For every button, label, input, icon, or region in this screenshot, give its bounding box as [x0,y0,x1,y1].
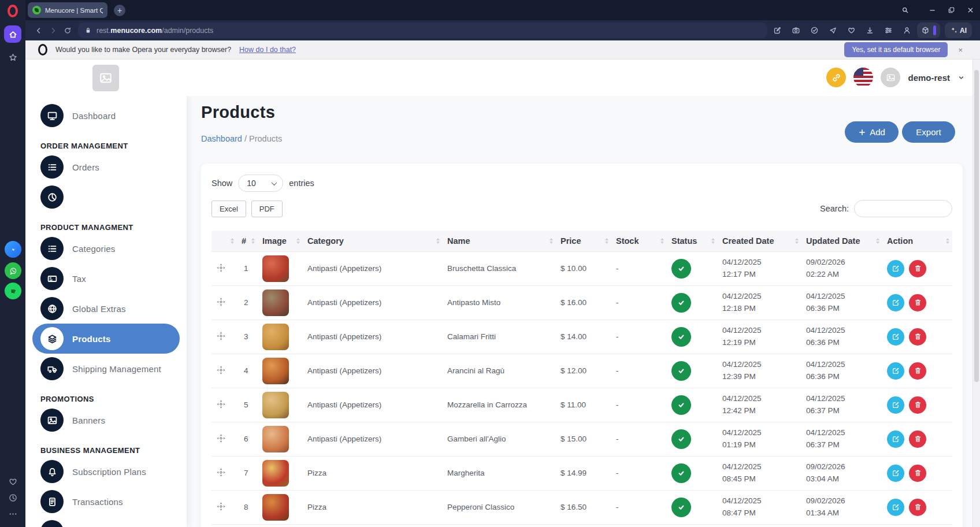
reload-button[interactable] [60,23,75,38]
drag-handle-icon[interactable] [216,433,226,443]
column-header-action[interactable]: Action [882,231,952,251]
account-avatar[interactable] [881,68,900,87]
edit-button[interactable] [887,362,904,380]
extensions-panel-button[interactable] [917,23,940,38]
sidebar-item-tax[interactable]: Tax [25,264,187,294]
aria-ai-button[interactable]: AI [945,23,972,38]
status-active-badge[interactable] [671,361,691,381]
column-header-updated-date[interactable]: Updated Date [801,231,882,251]
opera-menu-logo[interactable] [8,5,18,17]
home-button[interactable] [4,25,21,43]
flow-send-icon[interactable] [829,26,837,35]
delete-button[interactable] [909,465,926,482]
delete-button[interactable] [909,396,926,414]
share-link-button[interactable] [826,68,846,87]
column-header-price[interactable]: Price [556,231,611,251]
edit-button[interactable] [887,328,904,346]
sidebar-item-transactions[interactable]: Transactions [25,487,187,517]
export-button[interactable]: Export [902,121,955,143]
drag-handle-icon[interactable] [216,365,226,375]
adblock-check-icon[interactable] [810,26,819,35]
search-input[interactable] [854,200,952,217]
restaurant-logo-placeholder[interactable] [92,65,119,91]
delete-button[interactable] [909,430,926,448]
back-button[interactable] [31,23,46,38]
sidebar-item-banners[interactable]: Banners [25,405,187,435]
column-header-image[interactable]: Image [258,231,303,251]
edit-button[interactable] [887,430,904,448]
account-name[interactable]: demo-rest [908,73,950,83]
minimize-button[interactable] [923,0,942,20]
excel-export-button[interactable]: Excel [211,201,246,217]
favorites-heart-icon[interactable] [847,26,856,35]
url-field[interactable]: rest.menucore.com/admin/products [78,23,767,38]
status-active-badge[interactable] [671,429,691,449]
drag-handle-icon[interactable] [216,263,226,273]
drag-handle-icon[interactable] [216,502,226,511]
settings-sliders-icon[interactable] [884,26,893,35]
edit-button[interactable] [887,396,904,414]
drag-handle-icon[interactable] [216,467,226,477]
notification-close-button[interactable]: × [958,46,963,54]
page-size-select[interactable]: 10 [238,175,283,192]
status-active-badge[interactable] [671,395,691,415]
drag-handle-icon[interactable] [216,331,226,341]
breadcrumb-dashboard-link[interactable]: Dashboard [201,134,242,143]
new-tab-button[interactable]: + [114,5,125,16]
sidebar-item-shipping-management[interactable]: Shipping Management [25,354,187,384]
notification-help-link[interactable]: How do I do that? [239,46,296,54]
sidebar-item-categories[interactable]: Categories [25,233,187,264]
column-header-stock[interactable]: Stock [611,231,667,251]
sidebar-item-dashboard[interactable]: Dashboard [25,101,187,131]
rail-more-button[interactable] [4,505,21,522]
edit-button[interactable] [887,260,904,277]
snapshot-camera-icon[interactable] [792,26,800,35]
add-button[interactable]: Add [845,121,899,143]
page-scrollbar[interactable] [972,60,980,527]
sidebar-item-products[interactable]: Products [32,324,180,354]
maximize-button[interactable] [942,0,961,20]
column-header-name[interactable]: Name [443,231,556,251]
delete-button[interactable] [909,499,926,516]
forward-button[interactable] [46,23,60,38]
set-default-browser-button[interactable]: Yes, set it as default browser [844,42,948,57]
status-active-badge[interactable] [671,327,691,347]
scrollbar-thumb[interactable] [974,70,979,382]
status-active-badge[interactable] [671,293,691,313]
sidebar-item-subscription-plans[interactable]: Subscription Plans [25,457,187,487]
sidebar-item-orders[interactable]: Orders [25,152,187,182]
delete-button[interactable] [909,362,926,380]
likes-button[interactable] [4,473,21,490]
sidebar-item-partial[interactable] [25,517,187,527]
column-header-created-date[interactable]: Created Date [718,231,801,251]
delete-button[interactable] [909,294,926,311]
chevron-down-icon[interactable] [957,74,965,81]
column-header-status[interactable]: Status [667,231,718,251]
edit-button[interactable] [887,499,904,516]
edit-button[interactable] [887,294,904,311]
delete-button[interactable] [909,260,926,277]
messenger-shortcut[interactable] [5,241,21,258]
column-header-number[interactable]: # [237,231,258,251]
pdf-export-button[interactable]: PDF [251,201,283,217]
delete-button[interactable] [909,328,926,346]
profile-icon[interactable] [903,26,911,35]
column-header-drag[interactable] [211,231,237,251]
status-active-badge[interactable] [671,498,691,517]
history-button[interactable] [4,489,21,506]
column-header-category[interactable]: Category [303,231,443,251]
drag-handle-icon[interactable] [216,399,226,409]
sidebar-item-global-extras[interactable]: Global Extras [25,294,187,324]
drag-handle-icon[interactable] [216,297,226,307]
bookmarks-button[interactable] [4,49,21,66]
sidebar-item-unlabeled[interactable] [25,182,187,212]
browser-tab[interactable]: Menucore | Smart QR Me [28,2,107,18]
status-active-badge[interactable] [671,463,691,483]
share-edit-icon[interactable] [773,26,782,35]
downloads-icon[interactable] [866,26,874,35]
edit-button[interactable] [887,465,904,482]
whatsapp-shortcut[interactable] [5,262,21,279]
close-button[interactable] [961,0,980,20]
tab-search-button[interactable] [896,0,915,20]
language-flag-us[interactable] [853,68,873,87]
